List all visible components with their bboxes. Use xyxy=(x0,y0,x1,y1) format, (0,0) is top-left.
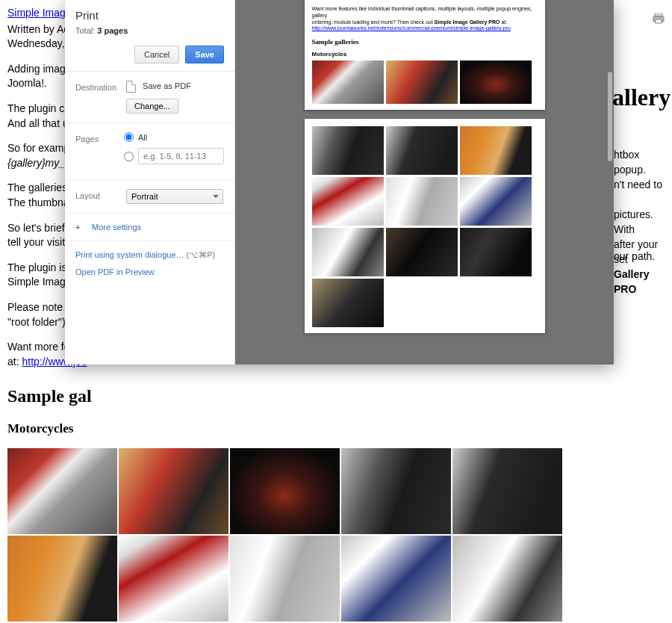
gallery-thumbnail[interactable] xyxy=(119,536,228,622)
gallery-thumbnail[interactable] xyxy=(7,448,117,534)
pages-all-label: All xyxy=(138,133,147,142)
plus-icon: + xyxy=(75,223,84,232)
gallery-thumbnail[interactable] xyxy=(7,536,117,622)
layout-label: Layout xyxy=(75,189,117,200)
gallery-thumbnail[interactable] xyxy=(341,448,451,534)
cancel-button[interactable]: Cancel xyxy=(134,46,179,63)
preview-text: Want more features like individual thumb… xyxy=(312,6,538,19)
preview-thumbnail xyxy=(312,228,384,276)
preview-page-2 xyxy=(305,119,545,333)
preview-thumbnail xyxy=(386,228,458,276)
gallery-thumbnail[interactable] xyxy=(230,536,340,622)
preview-scrollbar[interactable] xyxy=(608,72,612,161)
preview-thumbnail xyxy=(312,177,384,226)
print-icon[interactable] xyxy=(653,13,665,24)
preview-thumbnail xyxy=(460,228,532,276)
preview-thumbnail xyxy=(460,177,532,226)
dialog-title: Print xyxy=(75,9,224,22)
text-fragment: allery xyxy=(612,81,671,114)
pdf-icon xyxy=(126,81,136,93)
preview-subheading: Motorcycles xyxy=(312,51,538,58)
text-fragment: our path. xyxy=(614,249,655,264)
motorcycles-heading: Motorcycles xyxy=(7,420,665,438)
pages-range-input[interactable] xyxy=(138,148,224,164)
preview-gallery xyxy=(312,126,538,327)
print-dialog: Print Total: 3 pages Cancel Save Destina… xyxy=(65,0,614,365)
pages-label: Pages xyxy=(75,132,115,143)
text-fragment: htbox popup. xyxy=(614,148,672,177)
gallery-grid xyxy=(7,448,665,623)
destination-label: Destination xyxy=(75,81,117,92)
preview-page-1: Want more features like individual thumb… xyxy=(305,0,545,110)
preview-thumbnail xyxy=(312,61,384,104)
preview-thumbnail xyxy=(312,126,384,175)
svg-rect-0 xyxy=(655,13,662,16)
system-dialog-link[interactable]: Print using system dialogue… (⌥⌘P) xyxy=(75,250,224,260)
preview-link: http://www.joomlaworks.net/extensions/co… xyxy=(312,25,511,31)
total-pages: Total: 3 pages xyxy=(75,26,224,35)
gallery-thumbnail[interactable] xyxy=(452,536,562,622)
change-destination-button[interactable]: Change... xyxy=(126,99,178,114)
text-fragment: Gallery PRO xyxy=(614,267,672,297)
pages-all-radio[interactable] xyxy=(124,132,134,142)
text-fragment: pictures. With xyxy=(614,208,672,237)
preview-heading: Sample galleries xyxy=(312,38,538,46)
text-fragment: n't need to xyxy=(614,178,662,193)
print-sidebar: Print Total: 3 pages Cancel Save Destina… xyxy=(65,0,235,365)
preview-thumbnail xyxy=(460,61,532,104)
sample-galleries-heading: Sample gal xyxy=(7,384,665,409)
destination-value: Save as PDF xyxy=(143,81,191,90)
preview-gallery xyxy=(312,61,538,104)
save-button[interactable]: Save xyxy=(185,46,224,63)
more-settings-toggle[interactable]: + More settings xyxy=(65,214,234,241)
preview-thumbnail xyxy=(460,126,532,175)
gallery-thumbnail[interactable] xyxy=(341,536,451,622)
pages-range-radio[interactable] xyxy=(124,152,134,161)
preview-thumbnail xyxy=(386,126,458,175)
gallery-thumbnail[interactable] xyxy=(452,448,562,534)
gallery-thumbnail[interactable] xyxy=(230,448,340,534)
svg-rect-2 xyxy=(656,19,662,23)
preview-text: ordering, module loading and more? Then … xyxy=(312,19,538,26)
preview-thumbnail xyxy=(386,177,458,226)
layout-select[interactable]: Portrait xyxy=(126,189,223,204)
preview-thumbnail xyxy=(386,61,458,104)
print-preview-pane[interactable]: Want more features like individual thumb… xyxy=(235,0,614,365)
preview-thumbnail xyxy=(312,279,384,327)
open-pdf-preview-link[interactable]: Open PDF in Preview xyxy=(75,267,224,276)
gallery-thumbnail[interactable] xyxy=(119,448,228,534)
